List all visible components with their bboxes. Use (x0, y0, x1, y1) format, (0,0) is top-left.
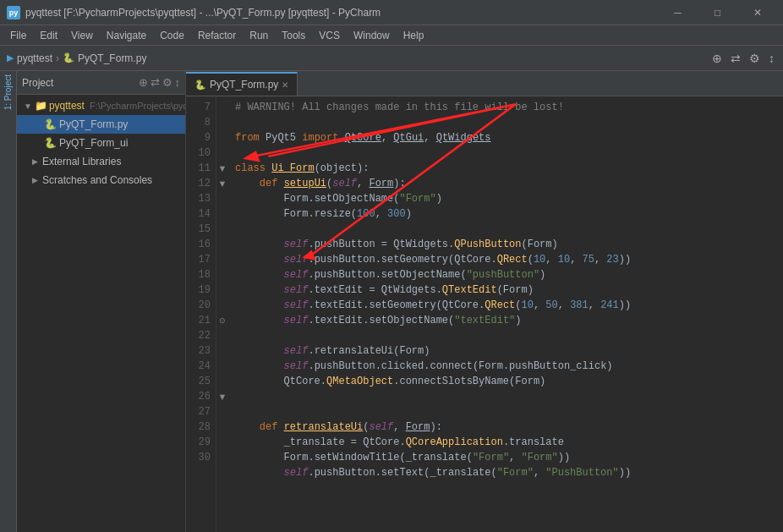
app-icon: py (7, 6, 20, 19)
project-tab-label[interactable]: 1: Project (3, 74, 13, 110)
collapse-panel-icon[interactable]: ↕ (175, 76, 181, 89)
menu-window[interactable]: Window (347, 25, 397, 46)
menu-edit[interactable]: Edit (33, 25, 64, 46)
tab-label: PyQT_Form.py (210, 79, 278, 90)
breadcrumb-separator: › (56, 52, 59, 64)
menu-file[interactable]: File (3, 25, 33, 46)
scratches-label: Scratches and Consoles (42, 174, 152, 186)
code-line-22 (235, 328, 776, 343)
code-line-18: self.pushButton.setObjectName("pushButto… (235, 267, 776, 282)
menu-code[interactable]: Code (153, 25, 191, 46)
line-num-22: 22 (186, 328, 211, 343)
file-icon: 🐍 (63, 52, 74, 63)
menu-navigate[interactable]: Navigate (100, 25, 153, 46)
code-line-19: self.textEdit = QtWidgets.QTextEdit(Form… (235, 282, 776, 298)
titlebar-controls: ─ □ ✕ (659, 0, 776, 25)
external-libs-label: External Libraries (42, 156, 121, 167)
project-tree: ▼ 📁 pyqttest F:\PycharmProjects\pyqttest… (17, 95, 185, 532)
gutter-12: ▼ (216, 176, 228, 191)
gutter-9 (216, 130, 228, 145)
code-line-12: def setupUi(self, Form): (235, 176, 776, 191)
gutter-19 (216, 282, 228, 298)
sync-panel-icon[interactable]: ⇄ (151, 76, 160, 89)
project-panel-header: Project ⊕ ⇄ ⚙ ↕ (17, 71, 185, 95)
menu-tools[interactable]: Tools (275, 25, 312, 46)
editor-tabs: 🐍 PyQT_Form.py ✕ (186, 71, 783, 96)
code-line-20: self.textEdit.setGeometry(QtCore.QRect(1… (235, 298, 776, 313)
breadcrumb-icon: ▶ (7, 52, 14, 63)
menubar: File Edit View Navigate Code Refactor Ru… (0, 25, 783, 46)
line-num-21: 21 (186, 313, 211, 328)
menu-run[interactable]: Run (243, 25, 275, 46)
line-num-18: 18 (186, 267, 211, 282)
tree-item-external-libs[interactable]: ▶ External Libraries (17, 152, 185, 171)
gutter-14 (216, 206, 228, 222)
code-line-24: self.pushButton.clicked.connect(Form.pus… (235, 359, 776, 374)
editor-area: 🐍 PyQT_Form.py ✕ 7 8 9 10 11 12 13 14 15… (186, 71, 783, 532)
tree-item-pyqt-form-ui[interactable]: 🐍 PyQT_Form_ui (17, 134, 185, 152)
minimize-button[interactable]: ─ (659, 0, 697, 25)
code-line-27 (235, 404, 776, 420)
sync-icon[interactable]: ⇄ (729, 50, 742, 67)
tab-py-icon: 🐍 (194, 80, 206, 90)
code-line-28: def retranslateUi(self, Form): (235, 420, 776, 435)
code-content[interactable]: # WARNING! All changes made in this file… (228, 96, 783, 532)
gutter-21: ⊙ (216, 313, 228, 328)
maximize-button[interactable]: □ (698, 0, 736, 25)
line-num-8: 8 (186, 115, 211, 130)
gutter-13 (216, 191, 228, 206)
tree-item-pyqt-form[interactable]: 🐍 PyQT_Form.py (17, 115, 185, 134)
line-num-19: 19 (186, 282, 211, 298)
line-num-28: 28 (186, 420, 211, 435)
tab-close-icon[interactable]: ✕ (282, 80, 288, 90)
code-line-30: Form.setWindowTitle(_translate("Form", "… (235, 450, 776, 465)
tree-item-label-2: PyQT_Form_ui (59, 137, 128, 149)
file-name[interactable]: PyQT_Form.py (78, 52, 146, 64)
line-num-20: 20 (186, 298, 211, 313)
titlebar-text: pyqttest [F:\PycharmProjects\pyqttest] -… (25, 7, 381, 19)
settings-icon[interactable]: ⚙ (747, 50, 762, 67)
gutter-24 (216, 359, 228, 374)
add-panel-icon[interactable]: ⊕ (139, 76, 148, 89)
menu-refactor[interactable]: Refactor (191, 25, 243, 46)
menu-view[interactable]: View (64, 25, 100, 46)
code-line-7: # WARNING! All changes made in this file… (235, 100, 776, 115)
chevron-icon: ▶ (32, 157, 38, 166)
line-num-29: 29 (186, 435, 211, 450)
close-button[interactable]: ✕ (738, 0, 776, 25)
gutter-20 (216, 298, 228, 313)
tree-root-item[interactable]: ▼ 📁 pyqttest F:\PycharmProjects\pyqttest (17, 96, 185, 115)
code-line-25: QtCore.QMetaObject.connectSlotsByName(Fo… (235, 374, 776, 389)
titlebar: py pyqttest [F:\PycharmProjects\pyqttest… (0, 0, 783, 25)
project-name[interactable]: pyqttest (17, 52, 52, 64)
line-num-26: 26 (186, 389, 211, 404)
line-num-27: 27 (186, 404, 211, 420)
line-num-24: 24 (186, 359, 211, 374)
code-line-29: _translate = QtCore.QCoreApplication.tra… (235, 435, 776, 450)
line-num-15: 15 (186, 222, 211, 237)
main-layout: 1: Project Project ⊕ ⇄ ⚙ ↕ ▼ 📁 pyqttest … (0, 71, 783, 532)
root-path: F:\PycharmProjects\pyqttest (90, 101, 185, 111)
menu-vcs[interactable]: VCS (312, 25, 347, 46)
project-panel: Project ⊕ ⇄ ⚙ ↕ ▼ 📁 pyqttest F:\PycharmP… (17, 71, 186, 532)
code-line-32 (235, 480, 776, 496)
gutter-28 (216, 420, 228, 435)
gutter-30 (216, 450, 228, 465)
code-line-16: self.pushButton = QtWidgets.QPushButton(… (235, 237, 776, 252)
gear-panel-icon[interactable]: ⚙ (162, 76, 172, 89)
gutter-25 (216, 374, 228, 389)
tree-item-label: PyQT_Form.py (59, 118, 128, 130)
line-num-7: 7 (186, 100, 211, 115)
line-num-25: 25 (186, 374, 211, 389)
tree-item-scratches[interactable]: ▶ Scratches and Consoles (17, 171, 185, 189)
line-num-30: 30 (186, 450, 211, 465)
toolbar-actions: ⊕ ⇄ ⚙ ↕ (710, 50, 776, 67)
menu-help[interactable]: Help (397, 25, 431, 46)
add-icon[interactable]: ⊕ (710, 50, 724, 67)
root-project-name: pyqttest (49, 100, 85, 112)
line-num-14: 14 (186, 206, 211, 222)
gutter: ▼ ▼ ⊙ ▼ (216, 96, 228, 532)
code-line-23: self.retranslateUi(Form) (235, 343, 776, 359)
tab-pyqt-form[interactable]: 🐍 PyQT_Form.py ✕ (186, 72, 298, 96)
expand-icon[interactable]: ↕ (767, 50, 776, 67)
